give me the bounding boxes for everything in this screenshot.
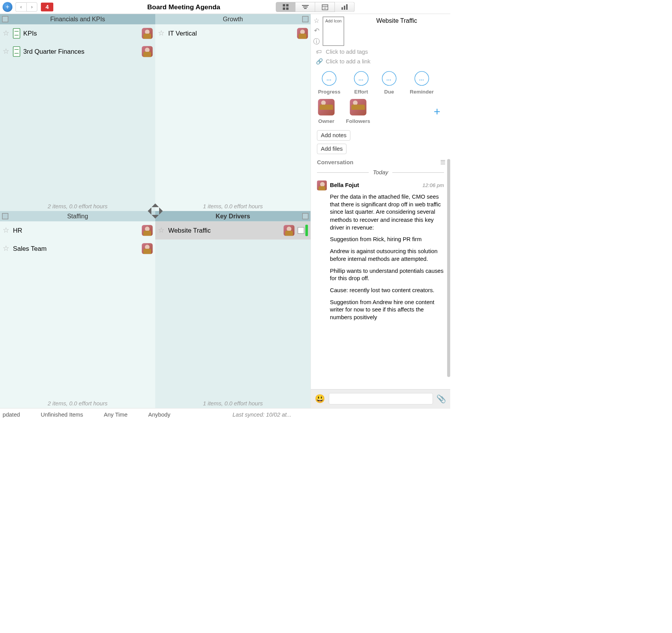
owner-field[interactable]: Owner: [318, 99, 334, 124]
column-summary: 2 items, 0.0 effort hours: [0, 203, 155, 210]
view-list-button[interactable]: [295, 2, 315, 12]
avatar[interactable]: [297, 28, 308, 39]
avatar[interactable]: [142, 28, 153, 39]
menu-icon[interactable]: ☰: [440, 159, 445, 166]
add-notes-button[interactable]: Add notes: [317, 130, 350, 141]
circle-label: Progress: [318, 89, 340, 95]
star-icon[interactable]: ☆: [158, 30, 165, 37]
effort-field[interactable]: …Effort: [354, 71, 368, 95]
view-chart-button[interactable]: [335, 2, 355, 12]
emoji-button[interactable]: 😃: [315, 394, 325, 403]
card-3q-finances[interactable]: ☆ 3rd Quarter Finances: [0, 43, 155, 61]
undo-icon[interactable]: ↶: [314, 27, 320, 35]
status-bar: pdated Unfinished Items Any Time Anybody…: [0, 408, 450, 421]
star-icon[interactable]: ☆: [3, 30, 10, 37]
tags-placeholder: Click to add tags: [326, 48, 368, 55]
column-checkbox[interactable]: [302, 16, 309, 22]
avatar[interactable]: [142, 46, 153, 57]
column-summary: 1 items, 0.0 effort hours: [155, 203, 311, 210]
card-kpis[interactable]: ☆ KPIs: [0, 24, 155, 43]
filter-updated[interactable]: pdated: [3, 411, 20, 418]
filter-unfinished[interactable]: Unfinished Items: [41, 411, 83, 418]
star-icon[interactable]: ☆: [3, 245, 10, 252]
comment-time: 12:06 pm: [423, 182, 444, 188]
svg-rect-12: [346, 4, 347, 10]
avatar[interactable]: [283, 225, 294, 236]
svg-rect-0: [283, 4, 285, 6]
board-area: Financials and KPIs ☆ KPIs ☆ 3rd Quarter…: [0, 14, 311, 408]
svg-rect-1: [286, 4, 288, 6]
compose-bar: 😃 📎: [311, 389, 450, 408]
svg-text:12: 12: [323, 7, 326, 9]
nav-forward-button[interactable]: ›: [26, 2, 37, 12]
column-header-financials[interactable]: Financials and KPIs: [0, 14, 155, 24]
bars-icon: [341, 4, 348, 10]
comment-author: Bella Fojut: [330, 182, 359, 189]
card-sales-team[interactable]: ☆ Sales Team: [0, 240, 155, 258]
star-icon[interactable]: ☆: [314, 17, 319, 25]
svg-rect-11: [344, 5, 345, 10]
folder-icon: [13, 28, 20, 39]
nav-back-button[interactable]: ‹: [15, 2, 26, 12]
add-files-button[interactable]: Add files: [317, 144, 347, 154]
progress-field[interactable]: …Progress: [318, 71, 340, 95]
view-grid-button[interactable]: [276, 2, 295, 12]
info-icon[interactable]: ⓘ: [313, 37, 320, 46]
column-header-staffing[interactable]: Staffing: [0, 211, 155, 221]
sync-status: Last synced: 10/02 at...: [232, 411, 291, 418]
card-title: HR: [13, 227, 139, 234]
filter-anybody[interactable]: Anybody: [148, 411, 170, 418]
due-field[interactable]: …Due: [382, 71, 397, 95]
add-icon-button[interactable]: Add Icon: [322, 17, 344, 46]
column-title: Financials and KPIs: [50, 15, 105, 23]
card-title: IT Vertical: [168, 30, 294, 37]
column-summary: 2 items, 0.0 effort hours: [0, 400, 155, 407]
column-checkbox[interactable]: [302, 213, 309, 219]
comment-text: Andrew is against outsourcing this solut…: [330, 247, 444, 263]
count-badge[interactable]: 4: [41, 2, 53, 11]
top-toolbar: + ‹ › 4 Board Meeting Agenda 12: [0, 0, 450, 14]
comment-text: Cause: recently lost two content creator…: [330, 286, 444, 294]
avatar[interactable]: [142, 243, 153, 254]
avatar[interactable]: [317, 180, 327, 190]
star-icon[interactable]: ☆: [3, 227, 10, 234]
avatar[interactable]: [142, 225, 153, 236]
star-icon[interactable]: ☆: [158, 227, 165, 234]
column-title: Key Drivers: [216, 213, 250, 220]
scrollbar[interactable]: [447, 159, 450, 377]
panel-title: Website Traffic: [347, 17, 447, 46]
card-title: Sales Team: [13, 245, 139, 252]
card-checkbox[interactable]: [298, 227, 304, 234]
followers-label: Followers: [346, 118, 370, 124]
svg-rect-3: [286, 7, 288, 10]
attach-button[interactable]: 📎: [436, 394, 446, 403]
circle-label: Effort: [354, 89, 368, 95]
column-header-growth[interactable]: Growth: [155, 14, 311, 24]
today-label: Today: [373, 169, 388, 176]
calendar-icon: 12: [321, 3, 329, 10]
column-header-key-drivers[interactable]: Key Drivers: [155, 211, 311, 221]
reminder-field[interactable]: …Reminder: [410, 71, 434, 95]
card-hr[interactable]: ☆ HR: [0, 221, 155, 240]
column-checkbox[interactable]: [2, 213, 8, 219]
detail-panel: ☆ ↶ ⓘ Add Icon Website Traffic 🏷 Click t…: [311, 14, 450, 408]
avatar: [318, 99, 334, 116]
column-summary: 1 items, 0.0 effort hours: [155, 400, 311, 407]
followers-field[interactable]: Followers: [346, 99, 370, 124]
card-it-vertical[interactable]: ☆ IT Vertical: [155, 24, 311, 43]
owner-label: Owner: [318, 118, 334, 124]
star-icon[interactable]: ☆: [3, 48, 10, 55]
svg-rect-2: [283, 7, 285, 10]
comment-input[interactable]: [329, 393, 433, 404]
column-checkbox[interactable]: [2, 16, 8, 22]
add-tags-row[interactable]: 🏷 Click to add tags: [311, 47, 450, 56]
filter-anytime[interactable]: Any Time: [104, 411, 127, 418]
card-website-traffic[interactable]: ☆ Website Traffic: [155, 221, 311, 240]
circle-label: Reminder: [410, 89, 434, 95]
view-calendar-button[interactable]: 12: [315, 2, 335, 12]
add-button[interactable]: +: [3, 2, 12, 12]
add-link-row[interactable]: 🔗 Click to add a link: [311, 57, 450, 66]
add-person-button[interactable]: +: [434, 105, 443, 118]
column-title: Growth: [223, 15, 243, 23]
comment-text: Per the data in the attached file, CMO s…: [330, 193, 444, 231]
